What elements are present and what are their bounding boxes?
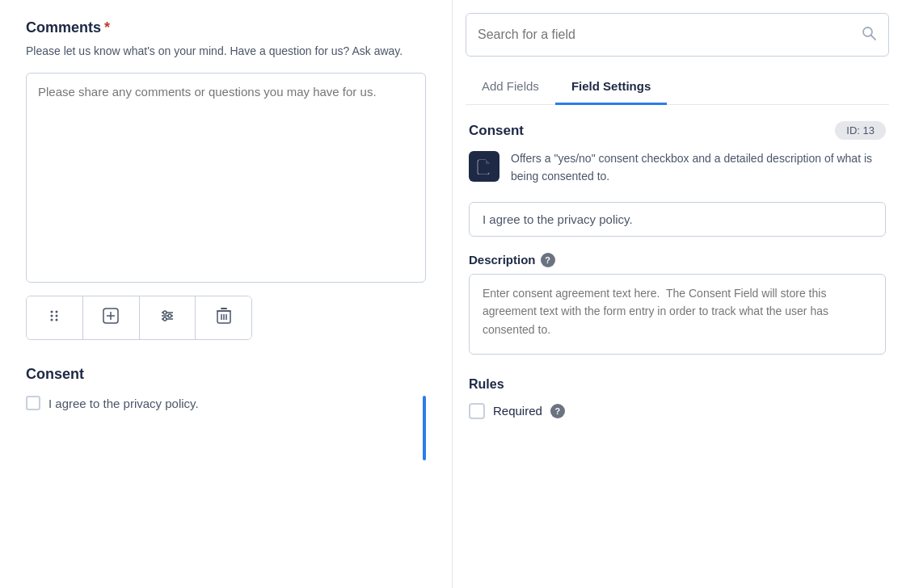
field-info-row: Offers a "yes/no" consent checkbox and a… (469, 149, 886, 186)
consent-section: I agree to the privacy policy. (26, 396, 426, 460)
svg-point-14 (163, 317, 166, 321)
field-id-badge: ID: 13 (835, 121, 886, 140)
consent-title: Consent (26, 366, 426, 383)
field-info-header: Consent ID: 13 (469, 121, 886, 140)
svg-point-0 (51, 311, 53, 313)
add-button[interactable] (83, 296, 140, 339)
tab-add-fields[interactable]: Add Fields (466, 69, 555, 105)
delete-button[interactable] (196, 296, 251, 339)
rules-label: Rules (469, 377, 886, 392)
drag-button[interactable] (27, 296, 83, 339)
comments-field-label: Comments * (26, 19, 426, 36)
required-star: * (104, 19, 110, 36)
settings-button[interactable] (140, 296, 196, 339)
consent-checkbox[interactable] (26, 396, 40, 410)
field-info-title: Consent (469, 123, 524, 139)
drag-icon (47, 309, 61, 327)
search-input[interactable] (478, 27, 861, 42)
svg-line-22 (871, 35, 876, 40)
description-textarea[interactable] (469, 274, 886, 355)
search-bar (466, 13, 889, 57)
comments-textarea-wrapper (26, 73, 426, 283)
consent-row: I agree to the privacy policy. (26, 396, 410, 410)
description-section-label: Description ? (469, 253, 886, 267)
active-indicator-bar (423, 396, 426, 460)
search-icon (861, 25, 877, 45)
consent-label-input[interactable]: I agree to the privacy policy. (469, 202, 886, 237)
required-row: Required ? (469, 403, 886, 419)
required-checkbox[interactable] (469, 403, 485, 419)
consent-checkbox-label: I agree to the privacy policy. (48, 397, 199, 410)
field-toolbar (26, 296, 252, 340)
svg-point-1 (56, 311, 58, 313)
svg-point-13 (168, 314, 171, 317)
description-help-icon[interactable]: ? (541, 253, 555, 267)
svg-point-2 (51, 315, 53, 317)
right-panel: Add Fields Field Settings Consent ID: 13… (453, 0, 902, 588)
svg-point-3 (56, 315, 58, 317)
required-label-text: Required (493, 404, 542, 418)
delete-icon (217, 308, 231, 328)
comments-label-text: Comments (26, 19, 101, 36)
tabs: Add Fields Field Settings (466, 69, 889, 105)
field-type-icon (469, 151, 499, 182)
field-info-description: Offers a "yes/no" consent checkbox and a… (511, 149, 886, 186)
consent-block: Consent I agree to the privacy policy. (26, 366, 426, 460)
description-label-text: Description (469, 253, 536, 267)
required-help-icon[interactable]: ? (550, 404, 565, 418)
tab-field-settings[interactable]: Field Settings (555, 69, 667, 105)
svg-point-12 (163, 311, 166, 314)
svg-point-5 (56, 319, 58, 321)
settings-panel: Consent ID: 13 Offers a "yes/no" consent… (453, 105, 902, 435)
settings-icon (159, 308, 175, 328)
comments-description: Please let us know what's on your mind. … (26, 43, 426, 60)
svg-point-4 (51, 319, 53, 321)
comments-textarea[interactable] (38, 85, 414, 271)
add-icon (103, 308, 119, 328)
left-panel: Comments * Please let us know what's on … (0, 0, 453, 588)
